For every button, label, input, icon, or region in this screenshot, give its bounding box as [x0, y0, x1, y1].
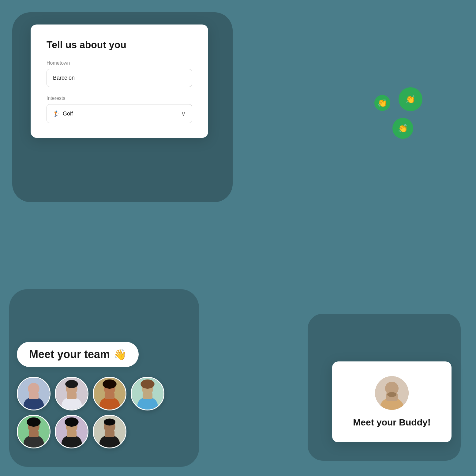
meet-team-badge: Meet your team 👋 — [17, 342, 139, 367]
clap-icon-medium: 👏 — [392, 118, 413, 139]
avatar-4 — [131, 377, 164, 410]
svg-point-38 — [387, 392, 396, 397]
hometown-input[interactable] — [47, 69, 192, 87]
card-title: Tell us about you — [47, 39, 192, 51]
interests-emoji: 🏌️ — [53, 110, 60, 117]
avatar-5 — [17, 415, 51, 448]
clap-emoji-2: 👏 — [406, 95, 415, 104]
hometown-label: Hometown — [47, 60, 192, 66]
avatar-2 — [55, 377, 88, 410]
buddy-avatar — [375, 376, 409, 410]
interests-field-group: Interests 🏌️ Golf ∨ — [47, 96, 192, 123]
svg-rect-32 — [105, 431, 114, 437]
svg-point-8 — [65, 380, 78, 388]
svg-point-13 — [103, 380, 116, 389]
svg-point-18 — [141, 380, 154, 389]
avatar-6 — [55, 415, 88, 448]
avatar-grid — [17, 377, 201, 448]
interests-text: Golf — [63, 111, 73, 117]
svg-point-23 — [27, 417, 40, 427]
svg-rect-3 — [29, 393, 39, 399]
interests-select-wrapper: 🏌️ Golf ∨ — [47, 104, 192, 123]
svg-point-28 — [65, 417, 78, 427]
wave-emoji: 👋 — [114, 348, 126, 361]
tell-us-card: Tell us about you Hometown Interests 🏌️ … — [31, 25, 208, 138]
svg-rect-27 — [67, 431, 77, 437]
clap-emoji-3: 👏 — [398, 124, 408, 133]
avatar-1 — [17, 377, 51, 410]
avatar-7 — [93, 415, 126, 448]
clap-emoji-1: 👏 — [377, 98, 387, 108]
meet-team-section: Meet your team 👋 — [17, 342, 201, 448]
avatar-3 — [93, 377, 126, 410]
interests-select[interactable]: 🏌️ Golf ∨ — [47, 104, 192, 123]
svg-rect-7 — [67, 393, 77, 399]
meet-team-label: Meet your team — [29, 348, 110, 361]
svg-rect-22 — [29, 431, 39, 437]
svg-point-33 — [104, 418, 115, 425]
chevron-down-icon: ∨ — [181, 110, 186, 117]
svg-rect-17 — [143, 393, 152, 399]
hometown-field-group: Hometown — [47, 60, 192, 96]
buddy-card: Meet your Buddy! — [332, 361, 452, 442]
buddy-title: Meet your Buddy! — [353, 417, 430, 428]
interests-label: Interests — [47, 96, 192, 101]
clap-icon-small: 👏 — [374, 95, 390, 111]
clap-icon-large: 👏 — [399, 87, 422, 111]
svg-rect-12 — [105, 393, 114, 399]
